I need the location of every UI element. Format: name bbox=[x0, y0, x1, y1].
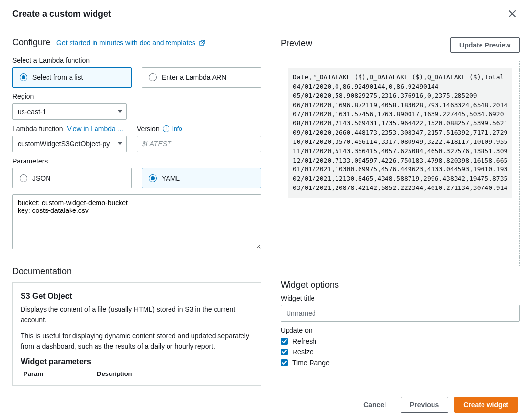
lambda-function-value: customWidgetS3GetObject-py bbox=[18, 140, 110, 148]
preview-column: Preview Update Preview Date,P_DATALAKE (… bbox=[281, 37, 520, 386]
widget-title-input[interactable] bbox=[281, 305, 520, 322]
source-from-list-label: Select from a list bbox=[32, 73, 83, 81]
view-in-lambda-link[interactable]: View in Lambda c… bbox=[67, 125, 126, 133]
radio-icon bbox=[20, 174, 27, 182]
source-from-list-tile[interactable]: Select from a list bbox=[12, 67, 132, 88]
external-link-icon bbox=[199, 39, 205, 45]
source-enter-arn-tile[interactable]: Enter a Lambda ARN bbox=[142, 67, 261, 88]
update-on-resize-row[interactable]: Resize bbox=[281, 348, 520, 356]
param-format-json-label: JSON bbox=[32, 174, 50, 182]
checkbox-checked-icon bbox=[281, 338, 288, 345]
doc-paragraph-1: Displays the content of a file (usually … bbox=[21, 304, 253, 325]
modal-header: Create a custom widget bbox=[0, 0, 530, 27]
widget-title-label: Widget title bbox=[281, 294, 520, 302]
configure-heading: Configure bbox=[12, 37, 50, 47]
cancel-button[interactable]: Cancel bbox=[355, 397, 395, 413]
update-preview-button[interactable]: Update Preview bbox=[450, 37, 520, 53]
lambda-function-label-text: Lambda function bbox=[12, 125, 63, 133]
update-on-timerange-label: Time Range bbox=[292, 359, 330, 367]
parameters-textarea[interactable] bbox=[12, 194, 261, 249]
source-enter-arn-label: Enter a Lambda ARN bbox=[162, 73, 226, 81]
version-input[interactable] bbox=[137, 136, 261, 152]
documentation-heading: Documentation bbox=[12, 266, 261, 277]
region-select[interactable]: us-east-1 bbox=[12, 103, 127, 120]
radio-icon bbox=[149, 174, 157, 182]
param-format-group: JSON YAML bbox=[12, 168, 261, 188]
param-format-yaml-tile[interactable]: YAML bbox=[142, 168, 261, 188]
region-label: Region bbox=[12, 93, 261, 100]
previous-button[interactable]: Previous bbox=[401, 397, 448, 413]
update-on-timerange-row[interactable]: Time Range bbox=[281, 359, 520, 367]
select-lambda-label: Select a Lambda function bbox=[12, 56, 261, 64]
widget-parameters-heading: Widget parameters bbox=[21, 357, 253, 366]
modal-footer: Cancel Previous Create widget bbox=[0, 390, 530, 420]
region-value: us-east-1 bbox=[18, 108, 46, 116]
configure-column: Configure Get started in minutes with do… bbox=[12, 37, 261, 386]
param-col-desc: Description bbox=[97, 370, 132, 377]
preview-box: Date,P_DATALAKE ($),D_DATALAKE ($),Q_DAT… bbox=[281, 61, 520, 266]
version-label: Version bbox=[137, 125, 160, 133]
modal-title: Create a custom widget bbox=[12, 9, 111, 19]
modal-create-custom-widget: Create a custom widget Configure Get sta… bbox=[0, 0, 530, 420]
doc-paragraph-2: This is useful for displaying dynamic co… bbox=[21, 331, 253, 351]
lambda-function-select[interactable]: customWidgetS3GetObject-py bbox=[12, 136, 127, 152]
widget-options-heading: Widget options bbox=[281, 280, 520, 290]
preview-heading: Preview bbox=[281, 38, 312, 48]
checkbox-checked-icon bbox=[281, 349, 288, 355]
get-started-link[interactable]: Get started in minutes with doc and temp… bbox=[56, 39, 205, 47]
info-icon[interactable]: i bbox=[163, 125, 169, 132]
get-started-link-text: Get started in minutes with doc and temp… bbox=[56, 39, 195, 47]
chevron-down-icon bbox=[118, 142, 122, 145]
modal-body: Configure Get started in minutes with do… bbox=[0, 27, 530, 390]
param-format-json-tile[interactable]: JSON bbox=[12, 168, 132, 188]
close-button[interactable] bbox=[507, 8, 518, 19]
param-format-yaml-label: YAML bbox=[162, 174, 180, 182]
chevron-down-icon bbox=[118, 110, 122, 113]
update-on-resize-label: Resize bbox=[292, 348, 313, 356]
doc-title: S3 Get Object bbox=[21, 292, 253, 301]
close-icon bbox=[509, 10, 516, 17]
version-label-row: Version i Info bbox=[137, 125, 261, 133]
documentation-box: S3 Get Object Displays the content of a … bbox=[12, 282, 261, 386]
radio-icon bbox=[149, 73, 157, 81]
update-on-refresh-row[interactable]: Refresh bbox=[281, 337, 520, 345]
param-table-header: Param Description bbox=[21, 370, 253, 377]
source-radio-group: Select from a list Enter a Lambda ARN bbox=[12, 67, 261, 88]
info-link[interactable]: Info bbox=[172, 125, 182, 132]
parameters-label: Parameters bbox=[12, 157, 261, 165]
lambda-function-label: Lambda function View in Lambda c… bbox=[12, 125, 127, 133]
radio-icon bbox=[20, 73, 27, 81]
checkbox-checked-icon bbox=[281, 359, 288, 366]
update-on-refresh-label: Refresh bbox=[292, 337, 316, 345]
create-widget-button[interactable]: Create widget bbox=[454, 397, 518, 413]
preview-content: Date,P_DATALAKE ($),D_DATALAKE ($),Q_DAT… bbox=[288, 68, 512, 198]
param-col-param: Param bbox=[24, 370, 97, 377]
update-on-label: Update on bbox=[281, 327, 520, 334]
